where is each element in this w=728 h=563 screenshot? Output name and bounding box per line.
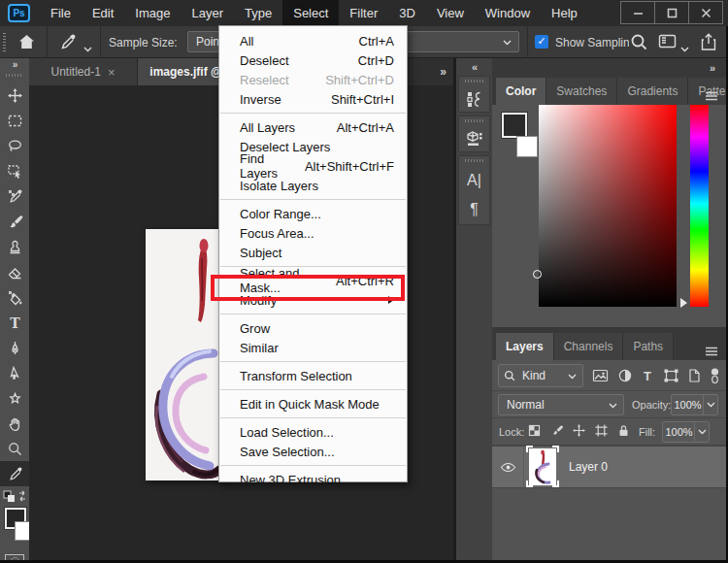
character-panel-button[interactable]: A|	[459, 166, 489, 195]
opacity-field[interactable]: 100%	[671, 394, 718, 415]
3d-materials-panel-button[interactable]	[459, 126, 489, 151]
menubar-item-help[interactable]: Help	[541, 0, 588, 26]
blend-mode-dropdown[interactable]: Normal	[498, 394, 624, 415]
select-menu-item-transform-selection[interactable]: Transform Selection	[219, 366, 407, 385]
eyedropper-tool-selected[interactable]	[0, 461, 29, 486]
toolbar-expand-arrow[interactable]: »	[0, 58, 29, 72]
home-button[interactable]	[17, 33, 36, 54]
workspace-switcher-button[interactable]	[658, 34, 677, 52]
background-color-swatch[interactable]	[516, 136, 538, 157]
photoshop-logo-icon[interactable]: Ps	[8, 4, 30, 22]
filter-shape-layers-icon[interactable]	[663, 368, 679, 383]
chevron-down-icon[interactable]	[680, 39, 689, 56]
select-menu-item-inverse[interactable]: InverseShift+Ctrl+I	[219, 89, 407, 109]
panel-grip[interactable]	[465, 159, 484, 162]
select-menu-item-reselect[interactable]: ReselectShift+Ctrl+D	[219, 70, 407, 89]
custom-shape-tool[interactable]	[0, 385, 29, 411]
select-menu-item-similar[interactable]: Similar	[219, 338, 407, 357]
filter-adjustment-layers-icon[interactable]	[617, 368, 633, 383]
rectangular-marquee-tool[interactable]	[0, 108, 29, 133]
open-document-image[interactable]	[146, 229, 227, 480]
history-panel-button[interactable]	[459, 86, 489, 112]
select-menu-item-new-3d-extrusion[interactable]: New 3D Extrusion	[219, 470, 407, 489]
select-menu-item-select-and-mask[interactable]: Select and Mask...Alt+Ctrl+R	[219, 271, 407, 290]
menubar-item-layer[interactable]: Layer	[182, 0, 235, 26]
foreground-color-swatch[interactable]	[502, 113, 527, 138]
select-menu-item-edit-in-quick-mask-mode[interactable]: Edit in Quick Mask Mode	[219, 394, 407, 414]
select-menu-item-subject[interactable]: Subject	[219, 243, 407, 262]
hue-slider-pointer[interactable]	[680, 298, 687, 308]
filter-type-layers-icon[interactable]: T	[641, 368, 654, 383]
layer-row-selected[interactable]: Layer 0	[492, 446, 726, 488]
color-picker-cursor[interactable]	[533, 270, 542, 279]
select-menu-item-save-selection[interactable]: Save Selection...	[219, 442, 407, 461]
chevron-down-icon[interactable]	[83, 39, 92, 56]
panel-tab-layers[interactable]: Layers	[496, 333, 554, 360]
menubar-item-type[interactable]: Type	[234, 0, 282, 26]
filter-toggle-icon[interactable]	[710, 367, 720, 384]
filter-smart-objects-icon[interactable]	[687, 368, 701, 383]
panel-tab-paths[interactable]: Paths	[623, 333, 674, 360]
lock-all-icon[interactable]	[616, 423, 631, 438]
eyedropper-tool-button[interactable]	[58, 32, 78, 55]
eraser-tool[interactable]	[0, 259, 29, 284]
menubar-item-filter[interactable]: Filter	[339, 0, 388, 26]
layer-visibility-toggle[interactable]	[492, 446, 524, 488]
object-selection-tool[interactable]	[0, 158, 29, 183]
layer-filter-dropdown[interactable]: Kind	[498, 364, 583, 387]
panel-menu-button[interactable]	[705, 343, 718, 360]
select-menu-item-load-selection[interactable]: Load Selection...	[219, 422, 407, 442]
path-selection-tool[interactable]	[0, 360, 29, 385]
share-button[interactable]	[700, 32, 717, 55]
menubar-item-view[interactable]: View	[426, 0, 475, 26]
clone-stamp-tool[interactable]	[0, 234, 29, 259]
panel-menu-button[interactable]	[705, 87, 718, 105]
panel-grip[interactable]	[465, 80, 484, 83]
tab-close-icon[interactable]: ×	[108, 65, 116, 80]
options-bar-grip[interactable]	[3, 33, 6, 51]
search-button[interactable]	[629, 32, 649, 56]
maximize-button[interactable]	[654, 1, 689, 24]
panel-tab-swatches[interactable]: Swatches	[546, 78, 617, 105]
lock-pixels-icon[interactable]	[549, 423, 564, 438]
select-menu-item-grow[interactable]: Grow	[219, 318, 407, 338]
show-sampling-checkbox[interactable]: ✓	[535, 35, 548, 49]
panel-tab-channels[interactable]: Channels	[554, 333, 624, 360]
type-tool[interactable]: T	[0, 310, 29, 335]
paint-bucket-tool[interactable]	[0, 284, 29, 310]
lock-transparency-icon[interactable]	[527, 423, 542, 438]
panel-grip[interactable]	[465, 119, 484, 122]
brush-tool[interactable]	[0, 209, 29, 234]
move-tool[interactable]	[0, 83, 29, 108]
tab-overflow-arrow[interactable]: »	[440, 58, 446, 85]
lock-position-icon[interactable]	[572, 423, 586, 438]
select-menu-item-find-layers[interactable]: Find LayersAlt+Shift+Ctrl+F	[219, 156, 407, 176]
fill-field[interactable]: 100%	[662, 421, 710, 443]
layer-thumbnail[interactable]	[524, 446, 561, 488]
dock-expand-arrow[interactable]: «	[456, 58, 492, 76]
paragraph-panel-button[interactable]: ¶	[459, 195, 489, 224]
menubar-item-edit[interactable]: Edit	[82, 0, 124, 26]
layer-name[interactable]: Layer 0	[569, 460, 608, 474]
color-sampler-tool[interactable]	[0, 183, 29, 209]
filter-pixel-layers-icon[interactable]	[592, 368, 609, 383]
saturation-brightness-field[interactable]	[539, 105, 677, 307]
pen-tool[interactable]	[0, 335, 29, 360]
hue-ramp[interactable]	[690, 105, 709, 307]
select-menu-item-all-layers[interactable]: All LayersAlt+Ctrl+A	[219, 117, 407, 137]
menubar-item-window[interactable]: Window	[475, 0, 541, 26]
menubar-item-select[interactable]: Select	[282, 0, 339, 26]
select-menu-item-focus-area[interactable]: Focus Area...	[219, 223, 407, 243]
toolbar-grip[interactable]	[6, 74, 23, 77]
panels-collapse-arrow[interactable]: »	[710, 58, 714, 78]
select-menu-item-deselect[interactable]: DeselectCtrl+D	[219, 50, 407, 70]
close-button[interactable]	[688, 1, 723, 24]
panel-tab-color[interactable]: Color	[496, 78, 546, 105]
menubar-item-file[interactable]: File	[40, 0, 82, 26]
document-tab-untitled-1[interactable]: Untitled-1×	[29, 58, 138, 85]
select-menu-item-color-range[interactable]: Color Range...	[219, 204, 407, 223]
panel-tab-gradients[interactable]: Gradients	[617, 78, 688, 105]
lock-artboard-icon[interactable]	[594, 423, 609, 438]
select-menu-item-isolate-layers[interactable]: Isolate Layers	[219, 176, 407, 195]
select-menu-item-all[interactable]: AllCtrl+A	[219, 31, 407, 50]
